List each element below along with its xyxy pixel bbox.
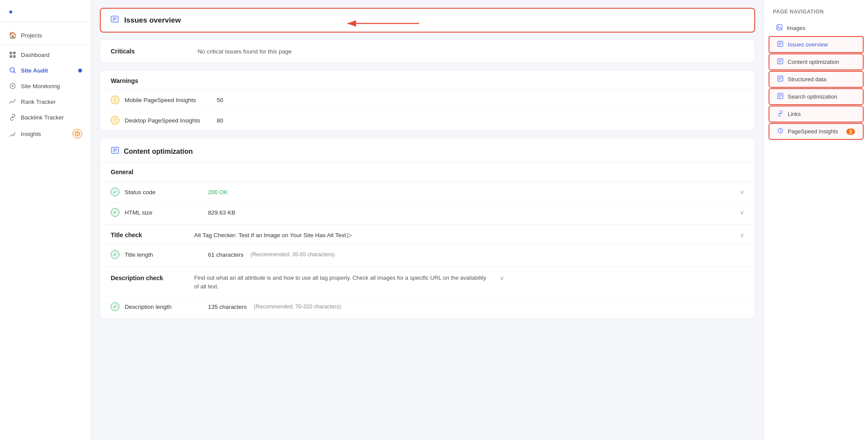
content-optimization-icon: [111, 146, 119, 157]
svg-point-7: [12, 85, 13, 87]
svg-point-9: [77, 135, 78, 136]
pagespeed-nav-icon: [777, 128, 783, 135]
issues-overview-icon: [110, 15, 119, 26]
title-length-recommended: (Recommended: 35-65 characters): [251, 251, 335, 258]
criticals-value: No critical issues found for this page: [198, 48, 292, 55]
svg-rect-1: [13, 52, 16, 54]
sidebar-item-rank-tracker[interactable]: Rank Tracker: [0, 94, 91, 109]
title-check-chevron[interactable]: ∨: [740, 232, 744, 238]
sidebar-item-backlink-tracker[interactable]: Backlink Tracker: [0, 109, 91, 125]
sidebar: ● 🏠 Projects Dashboard Site Audit: [0, 0, 91, 440]
right-panel-item-structured-data[interactable]: Structured data: [769, 71, 864, 88]
svg-rect-3: [13, 55, 16, 58]
sidebar-item-label: Rank Tracker: [21, 99, 56, 105]
content-optimization-heading: Content optimization: [124, 148, 193, 155]
sidebar-item-site-monitoring[interactable]: Site Monitoring: [0, 78, 91, 94]
sidebar-item-projects[interactable]: 🏠 Projects: [0, 27, 91, 43]
description-check-label: Description check: [111, 274, 189, 281]
sidebar-divider: [0, 45, 91, 45]
sidebar-item-label: Dashboard: [21, 52, 50, 58]
html-size-check-icon: ✓: [111, 208, 119, 217]
status-code-chevron[interactable]: ∨: [740, 189, 744, 195]
svg-line-5: [14, 72, 16, 73]
sidebar-navigation: 🏠 Projects Dashboard Site Audit Site Mon…: [0, 22, 91, 148]
issues-overview-header: Issues overview: [100, 8, 755, 33]
structured-data-nav-icon: [777, 76, 783, 83]
right-panel-item-label: Content optimization: [788, 59, 839, 65]
right-panel-item-label: Search optimization: [788, 93, 837, 100]
description-length-row: ✓ Description length 135 characters (Rec…: [100, 297, 755, 317]
sidebar-item-dashboard[interactable]: Dashboard: [0, 47, 91, 63]
warnings-header: Warnings: [100, 70, 755, 90]
issues-overview-title: Issues overview: [124, 16, 181, 25]
content-optimization-title-bar: Content optimization: [100, 138, 755, 162]
content-with-panel: Issues overview: [91, 0, 868, 440]
search-optimization-nav-icon: [777, 93, 783, 100]
description-length-check-icon: ✓: [111, 302, 119, 311]
sidebar-item-label: Backlink Tracker: [21, 114, 64, 121]
title-length-check-icon: ✓: [111, 250, 119, 259]
svg-rect-2: [10, 55, 12, 58]
title-check-row[interactable]: Title check Alt Tag Checker: Test If an …: [100, 225, 755, 245]
warning-row-1: ! Desktop PageSpeed Insights 80: [100, 110, 755, 130]
svg-point-22: [778, 26, 779, 26]
title-check-value: Alt Tag Checker: Test If an Image on You…: [194, 232, 735, 238]
insights-badge: [73, 129, 82, 139]
rank-tracker-icon: [9, 98, 17, 106]
svg-rect-21: [777, 25, 782, 30]
general-section-header: General: [100, 162, 755, 182]
sidebar-item-label: Projects: [21, 32, 42, 39]
html-size-label: HTML size: [125, 209, 203, 216]
right-panel-item-pagespeed[interactable]: PageSpeed Insights 2: [769, 123, 864, 140]
description-length-value: 135 characters: [208, 304, 247, 310]
sidebar-logo: ●: [0, 0, 91, 22]
description-check-chevron[interactable]: ∨: [500, 274, 504, 281]
right-panel-item-issues-overview[interactable]: Issues overview: [769, 36, 864, 53]
status-code-value: 200 OK: [208, 189, 228, 195]
sidebar-item-site-audit[interactable]: Site Audit: [0, 63, 91, 78]
warnings-section: Warnings ! Mobile PageSpeed Insights 50 …: [100, 70, 755, 131]
issues-overview-nav-icon: [777, 41, 783, 48]
criticals-label: Criticals: [111, 48, 198, 55]
svg-rect-0: [10, 52, 12, 54]
html-size-row[interactable]: ✓ HTML size 829.63 KB ∨: [100, 202, 755, 222]
right-panel-item-label: Links: [788, 111, 801, 117]
warning-value-0: 50: [217, 97, 223, 103]
description-length-label: Description length: [125, 304, 203, 310]
pagespeed-badge: 2: [846, 129, 855, 135]
right-panel-item-search-optimization[interactable]: Search optimization: [769, 88, 864, 105]
right-panel: Page navigation Images Issues overview: [764, 0, 868, 440]
right-panel-item-links[interactable]: Links: [769, 106, 864, 122]
description-length-recommended: (Recommended: 70-320 characters): [254, 304, 341, 310]
right-panel-item-label: Issues overview: [788, 41, 828, 48]
sidebar-item-label: Insights: [21, 131, 41, 137]
warning-row-0: ! Mobile PageSpeed Insights 50: [100, 90, 755, 110]
images-icon: [776, 24, 782, 32]
criticals-section: Criticals No critical issues found for t…: [100, 40, 755, 63]
main-area: Issues overview: [91, 0, 868, 440]
title-length-row: ✓ Title length 61 characters (Recommende…: [100, 245, 755, 265]
backlink-tracker-icon: [9, 113, 17, 121]
dashboard-icon: [9, 51, 17, 59]
warning-label-0: Mobile PageSpeed Insights: [125, 97, 211, 103]
right-panel-item-label: Images: [787, 25, 805, 31]
insights-icon: [9, 130, 17, 138]
html-size-value: 829.63 KB: [208, 209, 235, 216]
status-code-row[interactable]: ✓ Status code 200 OK ∨: [100, 182, 755, 202]
description-check-row[interactable]: Description check Find out what an alt a…: [100, 267, 755, 297]
site-audit-badge: [78, 69, 82, 73]
sidebar-item-label: Site Monitoring: [21, 83, 60, 89]
site-audit-icon: [9, 66, 17, 74]
right-panel-item-images[interactable]: Images: [769, 20, 864, 36]
html-size-chevron[interactable]: ∨: [740, 209, 744, 216]
home-icon: 🏠: [9, 31, 17, 39]
sidebar-item-insights[interactable]: Insights: [0, 125, 91, 142]
warning-icon-1: !: [111, 116, 119, 125]
warning-icon-0: !: [111, 96, 119, 104]
title-length-label: Title length: [125, 251, 203, 258]
site-monitoring-icon: [9, 82, 17, 90]
right-panel-item-content-optimization[interactable]: Content optimization: [769, 53, 864, 70]
title-check-label: Title check: [111, 232, 189, 238]
right-panel-item-label: PageSpeed Insights: [788, 128, 838, 135]
content-optimization-section: Content optimization General ✓ Status co…: [100, 138, 755, 319]
